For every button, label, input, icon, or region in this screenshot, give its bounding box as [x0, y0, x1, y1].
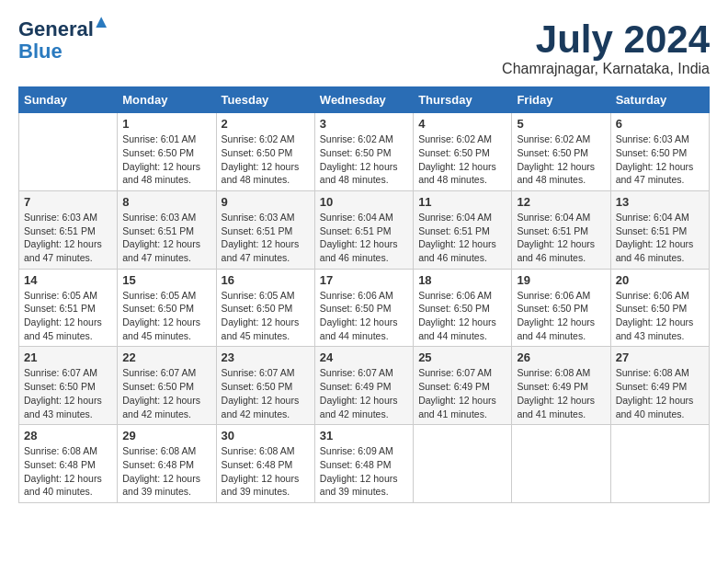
- day-number: 28: [24, 429, 112, 442]
- calendar-cell: 18Sunrise: 6:06 AMSunset: 6:50 PMDayligh…: [414, 269, 512, 347]
- calendar-cell: 29Sunrise: 6:08 AMSunset: 6:48 PMDayligh…: [118, 425, 216, 503]
- calendar-cell: [512, 425, 610, 503]
- weekday-header-sunday: Sunday: [19, 87, 118, 113]
- calendar-cell: [610, 425, 709, 503]
- header: General ▲ Blue July 2024 Chamrajnagar, K…: [18, 18, 710, 77]
- day-number: 8: [122, 195, 210, 209]
- day-detail: Sunrise: 6:02 AMSunset: 6:50 PMDaylight:…: [517, 132, 605, 187]
- day-detail: Sunrise: 6:03 AMSunset: 6:51 PMDaylight:…: [122, 211, 210, 265]
- day-detail: Sunrise: 6:04 AMSunset: 6:51 PMDaylight:…: [517, 211, 605, 265]
- day-number: 4: [418, 117, 506, 131]
- day-detail: Sunrise: 6:08 AMSunset: 6:48 PMDaylight:…: [222, 444, 310, 499]
- calendar-cell: 17Sunrise: 6:06 AMSunset: 6:50 PMDayligh…: [314, 269, 413, 347]
- calendar-cell: 19Sunrise: 6:06 AMSunset: 6:50 PMDayligh…: [512, 269, 610, 347]
- day-detail: Sunrise: 6:02 AMSunset: 6:50 PMDaylight:…: [418, 132, 506, 187]
- calendar-cell: 22Sunrise: 6:07 AMSunset: 6:50 PMDayligh…: [118, 347, 216, 425]
- calendar-row: 14Sunrise: 6:05 AMSunset: 6:51 PMDayligh…: [19, 269, 710, 347]
- day-number: 6: [616, 117, 704, 131]
- calendar-row: 21Sunrise: 6:07 AMSunset: 6:50 PMDayligh…: [19, 347, 710, 425]
- day-detail: Sunrise: 6:09 AMSunset: 6:48 PMDaylight:…: [320, 444, 408, 499]
- day-detail: Sunrise: 6:07 AMSunset: 6:49 PMDaylight:…: [320, 366, 408, 420]
- calendar-cell: 23Sunrise: 6:07 AMSunset: 6:50 PMDayligh…: [216, 347, 314, 425]
- day-detail: Sunrise: 6:07 AMSunset: 6:50 PMDaylight:…: [24, 366, 112, 420]
- day-detail: Sunrise: 6:06 AMSunset: 6:50 PMDaylight:…: [517, 289, 605, 343]
- day-detail: Sunrise: 6:04 AMSunset: 6:51 PMDaylight:…: [320, 211, 408, 265]
- calendar-row: 7Sunrise: 6:03 AMSunset: 6:51 PMDaylight…: [19, 190, 710, 269]
- calendar-cell: 6Sunrise: 6:03 AMSunset: 6:50 PMDaylight…: [610, 113, 709, 191]
- calendar-cell: 31Sunrise: 6:09 AMSunset: 6:48 PMDayligh…: [314, 425, 413, 503]
- day-detail: Sunrise: 6:03 AMSunset: 6:51 PMDaylight:…: [24, 211, 112, 265]
- calendar-cell: 9Sunrise: 6:03 AMSunset: 6:51 PMDaylight…: [216, 190, 314, 269]
- calendar-cell: 26Sunrise: 6:08 AMSunset: 6:49 PMDayligh…: [512, 347, 610, 425]
- day-detail: Sunrise: 6:08 AMSunset: 6:49 PMDaylight:…: [517, 366, 605, 420]
- day-number: 31: [320, 429, 408, 442]
- day-detail: Sunrise: 6:05 AMSunset: 6:50 PMDaylight:…: [222, 289, 310, 343]
- day-number: 24: [320, 350, 408, 364]
- logo: General ▲ Blue: [18, 18, 94, 63]
- page-subtitle: Chamrajnagar, Karnataka, India: [502, 61, 710, 77]
- day-number: 29: [122, 429, 210, 442]
- calendar-cell: [414, 425, 512, 503]
- day-detail: Sunrise: 6:08 AMSunset: 6:48 PMDaylight:…: [122, 444, 210, 499]
- calendar-table: SundayMondayTuesdayWednesdayThursdayFrid…: [18, 86, 710, 503]
- calendar-cell: 3Sunrise: 6:02 AMSunset: 6:50 PMDaylight…: [314, 113, 413, 191]
- weekday-header-friday: Friday: [512, 87, 610, 113]
- day-number: 26: [517, 350, 605, 364]
- day-detail: Sunrise: 6:07 AMSunset: 6:50 PMDaylight:…: [122, 366, 210, 420]
- weekday-header-wednesday: Wednesday: [314, 87, 413, 113]
- day-number: 17: [320, 273, 408, 287]
- calendar-cell: 13Sunrise: 6:04 AMSunset: 6:51 PMDayligh…: [610, 190, 709, 269]
- calendar-cell: 24Sunrise: 6:07 AMSunset: 6:49 PMDayligh…: [314, 347, 413, 425]
- calendar-cell: 27Sunrise: 6:08 AMSunset: 6:49 PMDayligh…: [610, 347, 709, 425]
- day-detail: Sunrise: 6:03 AMSunset: 6:50 PMDaylight:…: [616, 132, 704, 187]
- page-container: General ▲ Blue July 2024 Chamrajnagar, K…: [18, 18, 710, 503]
- logo-general: General: [18, 17, 94, 40]
- day-detail: Sunrise: 6:04 AMSunset: 6:51 PMDaylight:…: [616, 211, 704, 265]
- day-number: 11: [418, 195, 506, 209]
- calendar-cell: 8Sunrise: 6:03 AMSunset: 6:51 PMDaylight…: [118, 190, 216, 269]
- day-number: 20: [616, 273, 704, 287]
- weekday-header-saturday: Saturday: [610, 87, 709, 113]
- calendar-cell: 10Sunrise: 6:04 AMSunset: 6:51 PMDayligh…: [314, 190, 413, 269]
- calendar-cell: 20Sunrise: 6:06 AMSunset: 6:50 PMDayligh…: [610, 269, 709, 347]
- day-number: 13: [616, 195, 704, 209]
- day-number: 18: [418, 273, 506, 287]
- day-number: 22: [122, 350, 210, 364]
- calendar-cell: [19, 113, 118, 191]
- calendar-cell: 11Sunrise: 6:04 AMSunset: 6:51 PMDayligh…: [414, 190, 512, 269]
- day-number: 27: [616, 350, 704, 364]
- day-number: 9: [222, 195, 310, 209]
- day-detail: Sunrise: 6:02 AMSunset: 6:50 PMDaylight:…: [222, 132, 310, 187]
- calendar-cell: 28Sunrise: 6:08 AMSunset: 6:48 PMDayligh…: [19, 425, 118, 503]
- weekday-header-monday: Monday: [118, 87, 216, 113]
- day-detail: Sunrise: 6:05 AMSunset: 6:51 PMDaylight:…: [24, 289, 112, 343]
- logo-bird-icon: ▲: [92, 11, 110, 32]
- day-number: 19: [517, 273, 605, 287]
- calendar-cell: 30Sunrise: 6:08 AMSunset: 6:48 PMDayligh…: [216, 425, 314, 503]
- calendar-cell: 12Sunrise: 6:04 AMSunset: 6:51 PMDayligh…: [512, 190, 610, 269]
- calendar-cell: 25Sunrise: 6:07 AMSunset: 6:49 PMDayligh…: [414, 347, 512, 425]
- day-detail: Sunrise: 6:07 AMSunset: 6:50 PMDaylight:…: [222, 366, 310, 420]
- day-detail: Sunrise: 6:03 AMSunset: 6:51 PMDaylight:…: [222, 211, 310, 265]
- day-number: 14: [24, 273, 112, 287]
- weekday-header-thursday: Thursday: [414, 87, 512, 113]
- day-detail: Sunrise: 6:05 AMSunset: 6:50 PMDaylight:…: [122, 289, 210, 343]
- calendar-cell: 7Sunrise: 6:03 AMSunset: 6:51 PMDaylight…: [19, 190, 118, 269]
- day-number: 7: [24, 195, 112, 209]
- day-detail: Sunrise: 6:08 AMSunset: 6:49 PMDaylight:…: [616, 366, 704, 420]
- day-number: 16: [222, 273, 310, 287]
- weekday-header-tuesday: Tuesday: [216, 87, 314, 113]
- day-number: 2: [222, 117, 310, 131]
- day-number: 30: [222, 429, 310, 442]
- calendar-cell: 15Sunrise: 6:05 AMSunset: 6:50 PMDayligh…: [118, 269, 216, 347]
- day-detail: Sunrise: 6:02 AMSunset: 6:50 PMDaylight:…: [320, 132, 408, 187]
- day-number: 5: [517, 117, 605, 131]
- calendar-cell: 4Sunrise: 6:02 AMSunset: 6:50 PMDaylight…: [414, 113, 512, 191]
- day-number: 1: [122, 117, 210, 131]
- calendar-row: 1Sunrise: 6:01 AMSunset: 6:50 PMDaylight…: [19, 113, 710, 191]
- day-number: 21: [24, 350, 112, 364]
- day-number: 12: [517, 195, 605, 209]
- day-number: 15: [122, 273, 210, 287]
- day-detail: Sunrise: 6:04 AMSunset: 6:51 PMDaylight:…: [418, 211, 506, 265]
- day-detail: Sunrise: 6:07 AMSunset: 6:49 PMDaylight:…: [418, 366, 506, 420]
